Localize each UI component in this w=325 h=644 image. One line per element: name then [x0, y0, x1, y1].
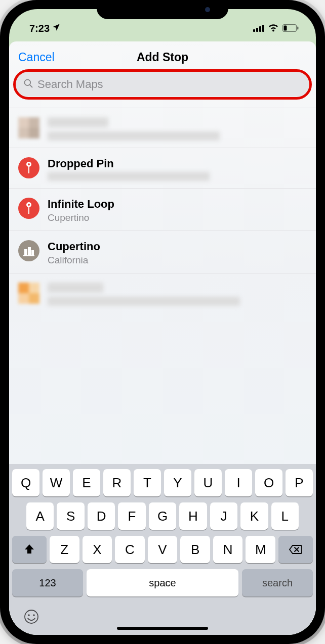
key-v[interactable]: V [148, 536, 178, 563]
keyboard-row-3: Z X C V B N M [12, 536, 313, 563]
home-indicator[interactable] [117, 627, 208, 630]
svg-rect-1 [256, 28, 258, 32]
search-bar[interactable] [16, 72, 309, 97]
result-row[interactable]: Infinite Loop Cupertino [9, 189, 316, 231]
key-i[interactable]: I [225, 469, 252, 496]
location-services-icon [52, 23, 61, 34]
svg-rect-2 [259, 26, 261, 32]
key-x[interactable]: X [83, 536, 112, 563]
svg-point-21 [33, 614, 35, 616]
redacted-subtitle [48, 297, 240, 306]
emoji-key[interactable] [23, 609, 39, 627]
svg-line-8 [30, 85, 32, 87]
page-title: Add Stop [9, 51, 316, 64]
notch [97, 0, 228, 19]
key-j[interactable]: J [210, 502, 237, 530]
result-title: Infinite Loop [48, 198, 307, 211]
key-y[interactable]: Y [164, 469, 191, 496]
cell-signal-icon [253, 23, 264, 34]
numbers-key[interactable]: 123 [12, 569, 83, 596]
svg-rect-17 [31, 250, 34, 256]
key-d[interactable]: D [88, 502, 115, 530]
key-e[interactable]: E [73, 469, 100, 496]
results-list: Dropped Pin Infinite Loop Cupertino [9, 108, 316, 313]
add-stop-sheet: Cancel Add Stop [9, 41, 316, 635]
cancel-button[interactable]: Cancel [18, 51, 55, 64]
pin-icon [18, 157, 39, 178]
key-n[interactable]: N [213, 536, 243, 563]
key-z[interactable]: Z [50, 536, 79, 563]
svg-rect-16 [28, 247, 31, 256]
key-o[interactable]: O [255, 469, 282, 496]
key-f[interactable]: F [118, 502, 145, 530]
search-input[interactable] [37, 78, 302, 91]
svg-rect-3 [262, 25, 264, 32]
key-c[interactable]: C [115, 536, 145, 563]
svg-rect-6 [297, 27, 299, 30]
sheet-header: Cancel Add Stop [9, 41, 316, 70]
keyboard-row-bottom: 123 space search [12, 569, 313, 596]
key-a[interactable]: A [26, 502, 54, 530]
key-u[interactable]: U [194, 469, 222, 496]
svg-point-20 [28, 614, 30, 616]
wifi-icon [268, 23, 279, 34]
key-q[interactable]: Q [12, 469, 39, 496]
search-key[interactable]: search [242, 569, 313, 596]
shift-key[interactable] [12, 536, 47, 563]
redacted-title [48, 117, 108, 127]
svg-rect-11 [28, 166, 29, 173]
result-row[interactable]: Dropped Pin [9, 148, 316, 189]
redacted-subtitle [48, 131, 220, 141]
key-r[interactable]: R [103, 469, 131, 496]
result-title: Cupertino [48, 240, 307, 253]
key-b[interactable]: B [180, 536, 210, 563]
svg-rect-0 [253, 29, 255, 32]
device-frame: 7:23 Cancel Add Stop [0, 0, 325, 644]
key-m[interactable]: M [246, 536, 275, 563]
keyboard-row-1: Q W E R T Y U I O P [12, 469, 313, 496]
key-t[interactable]: T [134, 469, 161, 496]
key-k[interactable]: K [240, 502, 268, 530]
status-time: 7:23 [29, 23, 50, 34]
contact-avatar-icon [18, 117, 39, 139]
search-field-wrap [16, 72, 309, 97]
redacted-title [48, 283, 103, 293]
key-p[interactable]: P [286, 469, 313, 496]
svg-rect-18 [23, 255, 34, 256]
result-row[interactable] [9, 108, 316, 148]
city-icon [18, 240, 39, 261]
battery-icon [282, 23, 299, 34]
result-row[interactable] [9, 273, 316, 313]
key-w[interactable]: W [43, 469, 70, 496]
backspace-key[interactable] [278, 536, 313, 563]
result-subtitle: Cupertino [48, 212, 307, 223]
result-row[interactable]: Cupertino California [9, 231, 316, 273]
search-icon [23, 78, 33, 90]
key-h[interactable]: H [179, 502, 207, 530]
pin-icon [18, 198, 39, 219]
key-s[interactable]: S [57, 502, 84, 530]
keyboard-row-2: A S D F G H J K L [12, 502, 313, 530]
key-g[interactable]: G [149, 502, 176, 530]
redacted-subtitle [48, 172, 210, 181]
key-l[interactable]: L [271, 502, 299, 530]
svg-rect-14 [28, 207, 29, 214]
result-title: Dropped Pin [48, 157, 307, 170]
place-thumbnail-icon [18, 283, 39, 304]
svg-rect-5 [284, 26, 287, 31]
keyboard: Q W E R T Y U I O P A S D F G H [9, 464, 316, 635]
svg-point-13 [28, 204, 30, 206]
svg-point-19 [25, 610, 38, 623]
screen: 7:23 Cancel Add Stop [9, 9, 316, 635]
result-subtitle: California [48, 255, 307, 266]
svg-rect-15 [24, 249, 27, 256]
svg-point-10 [28, 163, 30, 165]
space-key[interactable]: space [87, 569, 238, 596]
